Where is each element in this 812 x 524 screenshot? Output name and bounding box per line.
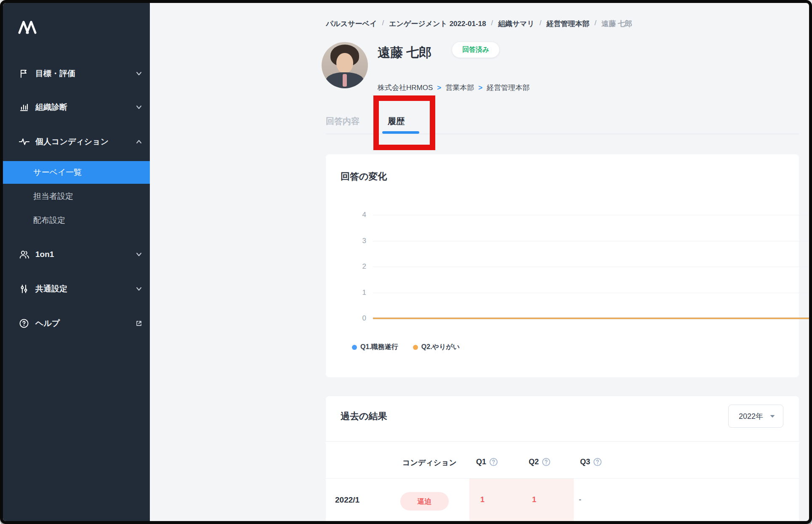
sidebar-item-1on1[interactable]: 1on1: [3, 245, 150, 264]
sidebar-item-survey-list[interactable]: サーベイ一覧: [3, 161, 150, 184]
chart-plot: 012342021/102022/1: [373, 209, 812, 327]
avatar-tie: [343, 74, 347, 87]
condition-badge: 逼迫: [400, 492, 449, 511]
org-company: 株式会社HRMOS: [378, 83, 433, 93]
breadcrumb-item[interactable]: パルスサーベイ: [326, 19, 377, 29]
org-separator: >: [437, 84, 441, 92]
row-q1-value: 1: [480, 495, 485, 504]
legend-label-q2: Q2.やりがい: [421, 343, 460, 352]
history-card-title: 過去の結果: [341, 410, 387, 423]
chart-ytick-label: 1: [362, 288, 366, 297]
col-header-label: コンディション: [402, 458, 457, 468]
col-header-q2: Q2: [529, 458, 551, 466]
row-q3-value: -: [579, 495, 581, 504]
chart-lines: [373, 209, 812, 327]
year-select-value: 2022年: [739, 411, 763, 421]
sidebar-item-distribution-settings[interactable]: 配布設定: [3, 209, 150, 232]
question-circle-icon[interactable]: [542, 458, 551, 466]
chart-ytick-label: 0: [362, 314, 366, 323]
sidebar-item-label: 目標・評価: [35, 68, 75, 79]
help-icon: [19, 318, 29, 329]
org-department: 経営管理本部: [487, 83, 530, 93]
sidebar-item-label: 共通設定: [35, 283, 67, 294]
org-division: 営業本部: [445, 83, 474, 93]
breadcrumb-separator: /: [382, 19, 384, 29]
alert-highlight-cells: [469, 479, 574, 524]
chevron-down-icon: [136, 104, 142, 111]
col-header-q1: Q1: [476, 458, 498, 466]
sidebar-item-label: 配布設定: [33, 215, 65, 226]
sidebar-item-label: ヘルプ: [35, 318, 60, 329]
sidebar-item-help[interactable]: ヘルプ: [3, 314, 150, 333]
annotation-box-history-tab: [373, 95, 435, 150]
sidebar-item-org-diagnosis[interactable]: 組織診断: [3, 98, 150, 117]
breadcrumb-item-current: 遠藤 七郎: [602, 19, 632, 29]
person-name: 遠藤 七郎: [378, 44, 431, 61]
year-select[interactable]: 2022年: [728, 405, 783, 428]
row-q2-value: 1: [532, 495, 536, 504]
row-period: 2022/1: [335, 495, 359, 505]
tab-answer-content[interactable]: 回答内容: [326, 116, 359, 127]
people-icon: [19, 249, 29, 260]
chart-card-title: 回答の変化: [341, 170, 387, 183]
legend-dot-q2: [413, 345, 418, 350]
bar-chart-icon: [19, 102, 29, 113]
sidebar-item-personal-condition[interactable]: 個人コンディション: [3, 132, 150, 151]
breadcrumb-item[interactable]: エンゲージメント 2022-01-18: [389, 19, 486, 29]
sidebar-item-goals[interactable]: 目標・評価: [3, 64, 150, 83]
status-badge: 回答済み: [452, 42, 499, 58]
app-window: 目標・評価 組織診断 個人コンディション サーベイ一覧 担当者設定 配布設定: [0, 0, 812, 524]
pulse-icon: [19, 136, 29, 147]
sidebar-item-label: 組織診断: [35, 102, 67, 113]
col-header-q3: Q3: [580, 458, 602, 466]
legend-label-q1: Q1.職務遂行: [360, 343, 398, 352]
external-link-icon: [136, 320, 142, 327]
card-divider: [326, 441, 799, 442]
sliders-icon: [19, 283, 29, 294]
sidebar-item-label: 個人コンディション: [35, 136, 109, 147]
sidebar: 目標・評価 組織診断 個人コンディション サーベイ一覧 担当者設定 配布設定: [3, 3, 150, 521]
chart-ytick-label: 2: [362, 262, 366, 271]
avatar-face: [336, 53, 353, 73]
sidebar-item-manager-settings[interactable]: 担当者設定: [3, 185, 150, 208]
main-content: パルスサーベイ / エンゲージメント 2022-01-18 / 組織サマリ / …: [150, 3, 809, 521]
caret-down-icon: [769, 414, 775, 418]
breadcrumb-separator: /: [594, 19, 596, 29]
chevron-up-icon: [136, 138, 142, 145]
sidebar-item-label: サーベイ一覧: [33, 167, 82, 178]
chart-ytick-label: 3: [362, 237, 366, 245]
answer-change-card: 回答の変化 012342021/102022/1 Q1.職務遂行 Q2.やりがい: [326, 154, 799, 377]
chart-ytick-label: 4: [362, 211, 366, 219]
past-results-card: 過去の結果 2022年 コンディション Q1 Q2: [326, 396, 799, 524]
chevron-down-icon: [136, 251, 142, 258]
chevron-down-icon: [136, 286, 142, 292]
legend-item-q2: Q2.やりがい: [413, 343, 460, 352]
sidebar-item-label: 担当者設定: [33, 191, 73, 202]
flag-icon: [19, 68, 29, 79]
question-circle-icon[interactable]: [489, 458, 498, 466]
org-path: 株式会社HRMOS > 営業本部 > 経営管理本部: [378, 83, 530, 93]
chevron-down-icon: [136, 70, 142, 77]
breadcrumb: パルスサーベイ / エンゲージメント 2022-01-18 / 組織サマリ / …: [326, 19, 632, 29]
org-separator: >: [478, 84, 482, 92]
sidebar-item-common-settings[interactable]: 共通設定: [3, 279, 150, 299]
col-header-label: Q3: [580, 458, 590, 466]
legend-item-q1: Q1.職務遂行: [352, 343, 398, 352]
breadcrumb-separator: /: [491, 19, 493, 29]
hrmos-logo-icon: [18, 20, 37, 34]
legend-dot-q1: [352, 345, 357, 350]
question-circle-icon[interactable]: [593, 458, 602, 466]
col-header-label: Q2: [529, 458, 539, 466]
sidebar-item-label: 1on1: [35, 250, 54, 259]
breadcrumb-item[interactable]: 組織サマリ: [498, 19, 534, 29]
col-header-condition: コンディション: [402, 458, 457, 468]
chart-legend: Q1.職務遂行 Q2.やりがい: [352, 343, 460, 352]
breadcrumb-item[interactable]: 経営管理本部: [546, 19, 589, 29]
breadcrumb-separator: /: [540, 19, 542, 29]
avatar: [322, 42, 368, 88]
col-header-label: Q1: [476, 458, 486, 466]
